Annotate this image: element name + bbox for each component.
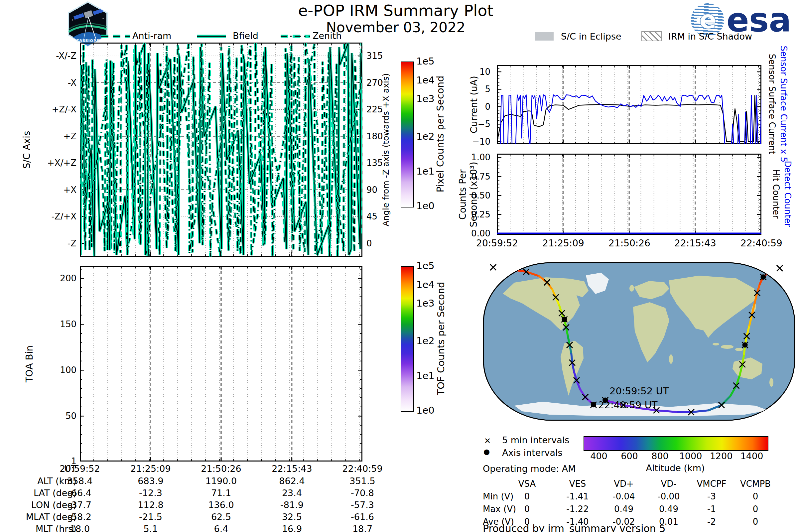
sc-right-tick-label: 315 xyxy=(366,51,396,61)
sc-ytick-label: +X xyxy=(13,185,76,195)
voltage-value: 0 xyxy=(504,491,550,501)
legend-label-zenith: Zenith xyxy=(312,31,341,41)
ephemeris-value: -70.8 xyxy=(327,488,398,498)
tof-colorbar xyxy=(401,266,414,412)
page-title: e-POP IRM Summary Plot xyxy=(229,1,562,20)
voltage-col-header: VCMPB xyxy=(732,479,779,489)
sc-ytick-label: -X/-Z xyxy=(13,51,76,61)
voltage-value: -0.04 xyxy=(601,491,647,501)
legend-swatch-dashdot xyxy=(280,32,310,41)
ephemeris-value: 6.4 xyxy=(186,524,256,532)
pixel-colorbar-tick: 1e3 xyxy=(416,93,446,104)
voltage-col-header: VSA xyxy=(504,479,550,489)
ephemeris-value: 18.0 xyxy=(44,524,115,532)
voltage-value: 0 xyxy=(504,504,550,514)
current-ytick-label: 5 xyxy=(447,84,491,94)
toa-ytick-label: 100 xyxy=(33,365,76,375)
ephemeris-value: 683.9 xyxy=(115,476,186,486)
ephemeris-value: 22:40:59 xyxy=(327,463,398,474)
ephemeris-value: 16.9 xyxy=(257,524,327,532)
counts-ytick-label: 1.00 xyxy=(447,152,491,163)
tof-colorbar-tick: 1e3 xyxy=(416,298,446,308)
ephemeris-value: 862.4 xyxy=(257,476,327,486)
pixel-colorbar-tick: 1e4 xyxy=(416,75,446,86)
toa-bin-plot xyxy=(80,266,362,461)
counts-ytick-label: 0.25 xyxy=(447,209,491,220)
sc-right-tick-label: 270 xyxy=(366,77,396,88)
sc-ytick-label: -Z/+X xyxy=(13,211,76,222)
right-xtick-label: 22:40:59 xyxy=(725,238,798,249)
sc-right-tick-label: 180 xyxy=(366,131,396,141)
sc-right-tick-label: 0 xyxy=(366,238,396,249)
ephemeris-value: 62.5 xyxy=(186,512,256,522)
tof-colorbar-tick: 1e5 xyxy=(416,260,446,271)
voltage-col-header: VD+ xyxy=(601,479,647,489)
pixel-colorbar-tick: 1e5 xyxy=(416,56,446,66)
voltage-value: -1.22 xyxy=(554,504,601,514)
voltage-value: 0 xyxy=(732,517,779,527)
map-annotation: 22:40:59 UT xyxy=(598,399,658,411)
ephemeris-value: 32.5 xyxy=(257,512,327,522)
legend-swatch-dashed xyxy=(100,32,131,41)
voltage-value: 0.49 xyxy=(601,504,647,514)
counts-ytick-label: 0.50 xyxy=(447,190,491,201)
ephemeris-value: 351.5 xyxy=(327,476,398,486)
pixel-colorbar-tick: 1e1 xyxy=(416,166,446,176)
legend-label-bfield: Bfield xyxy=(233,31,258,41)
shadow-swatch xyxy=(641,31,662,41)
toa-ytick-label: 200 xyxy=(33,273,76,284)
shadow-label: IRM in S/C Shadow xyxy=(668,31,752,41)
ephemeris-value: -21.5 xyxy=(115,512,186,522)
sc-ytick-label: +X/+Z xyxy=(13,158,76,168)
pixel-colorbar-tick: 1e0 xyxy=(416,201,446,211)
toa-ytick-label: 150 xyxy=(33,319,76,329)
ephemeris-value: -61.6 xyxy=(327,512,398,522)
ephemeris-value: -81.9 xyxy=(257,500,327,510)
sc-ytick-label: +Z xyxy=(13,131,76,141)
ephemeris-value: 20:59:52 xyxy=(44,463,115,474)
counts-ytick-label: 0.00 xyxy=(447,228,491,239)
voltage-value: -3 xyxy=(688,491,735,501)
sc-right-tick-label: 225 xyxy=(366,104,396,115)
sc-right-tick-label: 45 xyxy=(366,211,396,222)
tof-colorbar-tick: 1e4 xyxy=(416,279,446,290)
counts-plot xyxy=(497,154,761,235)
ephemeris-value: 112.8 xyxy=(115,500,186,510)
legend-swatch-solid xyxy=(196,32,227,41)
right-xtick-label: 22:15:43 xyxy=(659,238,732,249)
voltage-value: -2 xyxy=(688,517,735,527)
ephemeris-value: 23.4 xyxy=(257,488,327,498)
sc-ytick-label: -Z xyxy=(13,238,76,249)
current-ytick-label: −5 xyxy=(447,119,491,129)
sc-axis-right-label: Angle from -Z axis (towards +X axis) xyxy=(381,63,391,236)
current-plot xyxy=(497,65,761,144)
page-date: November 03, 2022 xyxy=(229,19,562,36)
voltage-col-header: VMCPF xyxy=(688,479,735,489)
sc-right-tick-label: 135 xyxy=(366,158,396,168)
ephemeris-value: 21:25:09 xyxy=(115,463,186,474)
sc-right-tick-label: 90 xyxy=(366,185,396,195)
voltage-value: 0 xyxy=(732,491,779,501)
sc-ytick-label: -X xyxy=(13,77,76,88)
ephemeris-value: 18.7 xyxy=(327,524,398,532)
map-annotation: 20:59:52 UT xyxy=(609,385,669,397)
ephemeris-value: 358.4 xyxy=(44,476,115,486)
voltage-value: -0.00 xyxy=(645,491,692,501)
epop-irm-summary-page: CASSIOPE e-POP IRM Summary Plot November… xyxy=(0,0,798,532)
voltage-value: 0 xyxy=(732,504,779,514)
dot-marker-icon: ● xyxy=(483,448,490,456)
tof-colorbar-tick: 1e0 xyxy=(416,405,446,416)
toa-ylabel: TOA Bin xyxy=(24,278,35,451)
ephemeris-value: 136.0 xyxy=(186,500,256,510)
ephemeris-value: -37.7 xyxy=(44,500,115,510)
eclipse-label: S/C in Eclipse xyxy=(561,31,622,41)
ephemeris-value: 21:50:26 xyxy=(186,463,256,474)
pixel-colorbar xyxy=(401,61,414,208)
voltage-col-header: VD- xyxy=(645,479,692,489)
x-marker-icon: ✕ xyxy=(484,436,491,445)
voltage-value: -1.40 xyxy=(554,517,601,527)
pixel-colorbar-tick: 1e2 xyxy=(416,131,446,141)
current-ytick-label: 0 xyxy=(447,101,491,112)
ephemeris-value: 5.1 xyxy=(115,524,186,532)
ephemeris-value: -58.2 xyxy=(44,512,115,522)
